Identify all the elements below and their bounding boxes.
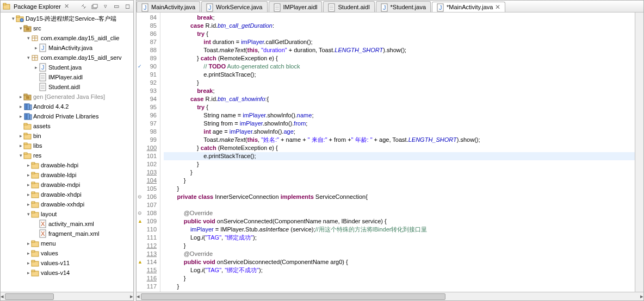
tree-twisty[interactable]: ▸ [26, 270, 31, 275]
tree-item[interactable]: ▸Android 4.4.2 [1, 102, 133, 111]
code-line[interactable]: String name = imPlayer.showInfo().name; [164, 111, 635, 120]
tree-item[interactable]: ▸menu [1, 239, 133, 248]
tree-twisty[interactable]: ▾ [26, 211, 31, 217]
code-line[interactable]: Toast.makeText(this, "duration" + durati… [164, 46, 635, 54]
tree-item[interactable]: ▸gen [Generated Java Files] [1, 92, 133, 102]
tree-twisty[interactable]: ▾ [26, 55, 31, 60]
tree-item[interactable]: ▸JStudent.java [1, 62, 133, 72]
tree-twisty[interactable]: ▾ [18, 153, 23, 158]
tree-twisty[interactable]: ▸ [26, 182, 31, 187]
editor-tab[interactable]: J*Student.java [376, 1, 431, 12]
code-area[interactable]: break; case R.id.btn_call_getDuration: t… [160, 12, 635, 292]
tree-item[interactable]: Xactivity_main.xml [1, 219, 133, 229]
maximize-icon[interactable]: ◻ [123, 3, 131, 10]
tree-item[interactable]: ▸values-v14 [1, 268, 133, 278]
code-line[interactable]: break; [164, 87, 635, 95]
editor-vertical-scrollbar[interactable] [635, 12, 643, 292]
tree-item[interactable]: ▸libs [1, 141, 133, 150]
tree-item[interactable]: ▸drawable-hdpi [1, 160, 133, 170]
tree-twisty[interactable]: ▸ [26, 172, 31, 178]
code-line[interactable]: } catch (RemoteException e) { [164, 144, 635, 152]
code-line[interactable]: String from = imPlayer.showInfo().from; [164, 120, 635, 128]
code-line[interactable]: } [164, 185, 635, 193]
tree-twisty[interactable]: ▾ [26, 35, 31, 41]
tree-item[interactable]: ▸drawable-xxhdpi [1, 199, 133, 209]
tree-item[interactable]: Xfragment_main.xml [1, 229, 133, 239]
close-view-icon[interactable]: ✕ [64, 3, 69, 10]
code-line[interactable]: case R.id.btn_call_getDuration: [164, 22, 635, 30]
tree-item[interactable]: ▸drawable-ldpi [1, 170, 133, 180]
tree-item[interactable]: ▾src [1, 23, 133, 33]
tree-twisty[interactable]: ▸ [26, 202, 31, 207]
tree-item[interactable]: ▾res [1, 150, 133, 160]
code-line[interactable]: public void onServiceConnected(Component… [164, 217, 635, 225]
code-line[interactable]: private class InnerServiceConnection imp… [164, 193, 635, 201]
tree-item[interactable]: Student.aidl [1, 82, 133, 92]
tree-twisty[interactable]: ▸ [26, 250, 31, 256]
code-line[interactable]: } [164, 168, 635, 177]
project-tree[interactable]: ▾Day15-跨进程绑定Service--客户端▾src▾com.example… [1, 12, 133, 292]
tree-twisty[interactable]: ▸ [26, 241, 31, 246]
tree-twisty[interactable]: ▸ [26, 260, 31, 266]
tree-item[interactable]: ▸JMainActivity.java [1, 43, 133, 53]
tree-item[interactable]: ▸values [1, 248, 133, 258]
code-line[interactable]: @Override [164, 250, 635, 258]
sidebar-horizontal-scrollbar[interactable]: ◂ ▸ [1, 292, 133, 300]
tree-twisty[interactable]: ▸ [26, 162, 31, 168]
tree-item[interactable]: ▾com.example.day15_aidl_serv [1, 53, 133, 62]
tab-close-icon[interactable]: ✕ [495, 3, 500, 11]
editor-tab[interactable]: IMPlayer.aidl [269, 1, 323, 12]
tree-item[interactable]: ▸Android Private Libraries [1, 111, 133, 121]
code-line[interactable]: } [164, 242, 635, 250]
tree-item[interactable]: ▸drawable-xhdpi [1, 190, 133, 199]
tree-twisty[interactable]: ▾ [18, 26, 23, 31]
tree-item[interactable]: ▸values-v11 [1, 258, 133, 268]
editor-tab[interactable]: JMainActivity.java [137, 1, 200, 12]
code-line[interactable]: try { [164, 103, 635, 111]
code-line[interactable]: } [164, 274, 635, 283]
code-line[interactable]: int age = imPlayer.showInfo().age; [164, 128, 635, 136]
code-line[interactable]: try { [164, 30, 635, 38]
code-line[interactable]: } [164, 79, 635, 87]
tree-item[interactable]: ▾com.example.day15_aidl_clie [1, 33, 133, 43]
tree-item[interactable]: ▸bin [1, 131, 133, 141]
code-line[interactable]: @Override [164, 209, 635, 217]
tree-twisty[interactable]: ▸ [33, 65, 39, 70]
view-menu-icon[interactable]: ▿ [102, 3, 109, 10]
tree-twisty[interactable]: ▸ [33, 45, 39, 51]
code-line[interactable]: case R.id.btn_call_showinfo:{ [164, 95, 635, 103]
code-editor[interactable]: 8485868788899091929394959697989910010110… [137, 12, 643, 292]
code-line[interactable]: } [164, 160, 635, 168]
code-line[interactable]: Toast.makeText(this, "姓名:" + name + " 来自… [164, 136, 635, 144]
editor-tab[interactable]: J*MainActivity.java✕ [432, 2, 505, 12]
code-line[interactable]: int duration = imPlayer.callGetDuration(… [164, 38, 635, 46]
code-line[interactable]: public void onServiceDisconnected(Compon… [164, 258, 635, 266]
tree-twisty[interactable]: ▸ [18, 133, 23, 139]
tree-item[interactable]: ▾layout [1, 209, 133, 219]
tree-item[interactable]: ▸drawable-mdpi [1, 180, 133, 190]
tree-twisty[interactable]: ▸ [26, 192, 31, 197]
code-line[interactable]: // TODO Auto-generated catch block [164, 62, 635, 71]
code-line[interactable]: break; [164, 14, 635, 22]
tree-twisty[interactable]: ▸ [18, 114, 23, 119]
tree-item[interactable]: assets [1, 121, 133, 131]
minimize-icon[interactable]: ▭ [113, 3, 120, 10]
code-line[interactable]: e.printStackTrace(); [164, 71, 635, 79]
tree-twisty[interactable]: ▸ [18, 104, 23, 109]
tree-twisty[interactable]: ▸ [18, 143, 23, 148]
code-line[interactable]: Log.i("TAG", "绑定成功"); [164, 234, 635, 242]
collapse-all-icon[interactable] [91, 3, 98, 10]
code-line[interactable]: } [164, 177, 635, 185]
code-line[interactable]: } [164, 283, 635, 291]
tree-twisty[interactable]: ▾ [10, 16, 16, 21]
code-line[interactable]: Log.i("TAG", "绑定不成功"); [164, 266, 635, 274]
editor-tab[interactable]: JWorkService.java [201, 1, 267, 12]
code-line[interactable] [164, 201, 635, 209]
code-line[interactable]: imPlayer = IMPlayer.Stub.asInterface (se… [164, 225, 635, 234]
editor-horizontal-scrollbar[interactable]: ◂ ▸ [137, 292, 643, 300]
editor-tab[interactable]: Student.aidl [323, 1, 374, 12]
link-with-editor-icon[interactable] [80, 3, 88, 10]
code-line[interactable]: e.printStackTrace(); [164, 152, 635, 160]
tree-twisty[interactable]: ▸ [18, 94, 23, 99]
tree-item[interactable]: IMPlayer.aidl [1, 72, 133, 82]
